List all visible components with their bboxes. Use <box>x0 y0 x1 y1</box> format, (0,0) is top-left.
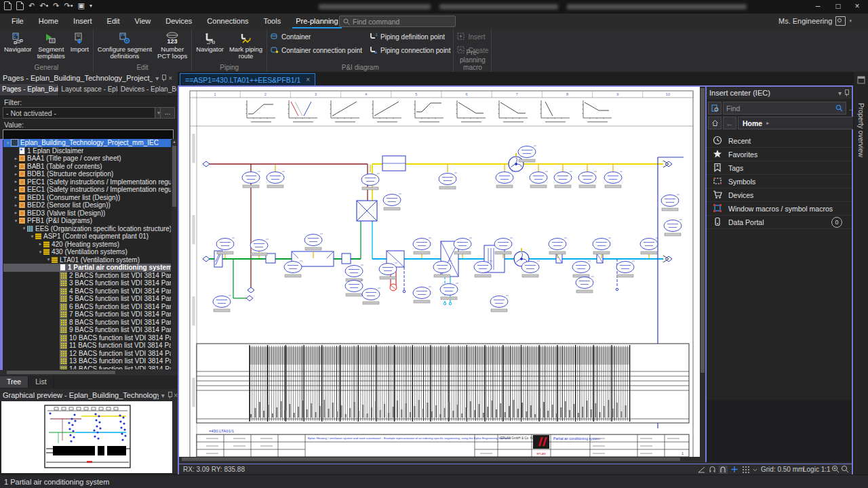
tree-item[interactable]: 14 BACS function list VDI 3814 Part 4.3 <box>3 365 171 370</box>
tree-item[interactable]: ▾PFB1 (P&I Diagrams) <box>3 217 171 225</box>
menu-tab-home[interactable]: Home <box>31 14 66 29</box>
pages-panel-tab-0[interactable]: Pages - Eplan_Buildin... <box>0 84 59 96</box>
tree-item[interactable]: ▸BAB1 (Table of contents) <box>3 163 171 171</box>
value-input[interactable] <box>3 129 174 140</box>
menu-tab-insert[interactable]: Insert <box>66 14 100 29</box>
tree-item[interactable]: ▾LTA01 (Ventilation system) <box>3 256 171 264</box>
tree-item[interactable]: 6 BACS function list VDI 3814 Part 4.3 <box>3 303 171 311</box>
breadcrumb[interactable]: Home ▸ <box>738 117 860 129</box>
ribbon-button-piping-definition-point[interactable]: 1Piping definition point <box>369 32 450 42</box>
back-icon[interactable]: ← <box>723 117 736 129</box>
zoom-out-icon[interactable] <box>842 466 848 472</box>
expander-closed-icon[interactable]: ▸ <box>13 195 19 200</box>
menu-tab-view[interactable]: View <box>127 14 159 29</box>
tree-item[interactable]: ▸BAA1 (Title page / cover sheet) <box>3 155 171 163</box>
object-snap-icon[interactable] <box>719 466 728 474</box>
tree-item[interactable]: 9 BACS function list VDI 3814 Part 4.3 <box>3 326 171 334</box>
panel-pin-icon[interactable] <box>167 392 171 399</box>
menu-tab-connections[interactable]: Connections <box>199 14 256 29</box>
qat-dropdown-icon[interactable]: ▾ <box>90 3 92 9</box>
canvas-vscroll-thumb[interactable] <box>701 88 705 373</box>
tree-item[interactable]: 2 BACS function list VDI 3814 Part 4.3 <box>3 272 171 280</box>
tree-hscroll-thumb[interactable] <box>7 371 115 374</box>
tree-horizontal-scrollbar[interactable] <box>0 370 178 375</box>
grid-icon[interactable] <box>743 466 749 473</box>
filter-more-button[interactable]: ... <box>160 107 175 119</box>
expander-closed-icon[interactable]: ▸ <box>13 210 19 216</box>
zoom-in-icon[interactable] <box>832 466 839 472</box>
tree-item[interactable]: 8 BACS function list VDI 3814 Part 4.3 <box>3 319 171 327</box>
expander-closed-icon[interactable]: ▸ <box>37 241 43 247</box>
insert-frame-icon[interactable]: ▣ <box>78 1 85 10</box>
slope-icon[interactable] <box>698 467 705 472</box>
menu-tab-devices[interactable]: Devices <box>158 14 199 29</box>
expander-open-icon[interactable]: ▾ <box>45 257 52 262</box>
tree-item[interactable]: 10 BACS function list VDI 3814 Part 4.3 <box>3 334 171 342</box>
tab-close-icon[interactable]: × <box>306 76 310 83</box>
close-button[interactable]: × <box>848 0 867 14</box>
ribbon-button-mark-piping-route[interactable]: Mark piping route <box>227 30 264 62</box>
tree-item[interactable]: ▾EES (Organization specific location str… <box>3 225 171 233</box>
insert-center-item-favorites[interactable]: Favorites <box>707 148 852 161</box>
tree-item[interactable]: 12 BACS function list VDI 3814 Part 4.3 <box>3 350 171 358</box>
expander-closed-icon[interactable]: ▸ <box>13 163 19 169</box>
ribbon-button-container-connection-point[interactable]: Container connection point <box>270 45 362 56</box>
property-overview-tab[interactable]: Property overview <box>857 103 865 157</box>
tree-list-tab-tree[interactable]: Tree <box>0 376 28 388</box>
insert-center-item-recent[interactable]: Recent <box>707 134 852 148</box>
expander-closed-icon[interactable]: ▸ <box>13 203 19 208</box>
expander-open-icon[interactable]: ▾ <box>13 218 19 224</box>
tree-item[interactable]: ▸BDB1 (Structure description) <box>3 170 171 178</box>
tree-scroll-thumb[interactable] <box>172 146 176 207</box>
snap-icon[interactable] <box>710 467 715 473</box>
redo-icon[interactable]: ↷ <box>53 1 59 10</box>
tree-item[interactable]: ▸BED3 (Valve list (Design)) <box>3 209 171 218</box>
maximize-button[interactable]: □ <box>829 0 848 14</box>
panel-pin-icon[interactable] <box>844 89 849 96</box>
insert-find-input[interactable]: Find <box>723 102 846 115</box>
expander-open-icon[interactable]: ▾ <box>29 234 35 239</box>
new-page-icon[interactable] <box>4 1 12 10</box>
tree-item[interactable]: 3 BACS function list VDI 3814 Part 4.3 <box>3 279 171 287</box>
tree-item[interactable]: 1 Partial air conditioning system <box>3 264 171 272</box>
undo-icon[interactable]: ↶ <box>28 1 35 10</box>
canvas-hscroll-thumb[interactable] <box>182 458 680 461</box>
insert-center-item-data-portal[interactable]: Data Portal <box>707 216 852 229</box>
filter-dropdown[interactable]: - Not activated - ▾ <box>3 107 163 119</box>
open-page-icon[interactable] <box>16 1 24 10</box>
document-tab[interactable]: ==ASP1=430.LTA01++EES&PFB1/1 × <box>180 73 315 86</box>
tree-item[interactable]: ▸420 (Heating systems) <box>3 241 171 249</box>
tree-item[interactable]: 5 BACS function list VDI 3814 Part 4.3 <box>3 295 171 303</box>
tree-item[interactable]: 13 BACS function list VDI 3814 Part 4.3 <box>3 357 171 365</box>
tree-vertical-scrollbar[interactable]: ▲ <box>172 139 177 369</box>
ribbon-button-configure-segment-definitions[interactable]: Configure segment definitions <box>96 30 154 62</box>
tree-item[interactable]: ▾430 (Ventilation systems) <box>3 248 171 256</box>
panel-dropdown-icon[interactable]: ▾ <box>153 75 161 82</box>
user-area[interactable]: Ms. Engineering ▾ <box>778 15 852 27</box>
pages-panel-tab-1[interactable]: Layout space - Eplan... <box>59 84 118 96</box>
insert-center-item-devices[interactable]: Devices <box>707 188 852 202</box>
canvas-horizontal-scrollbar[interactable] <box>179 457 700 462</box>
tree-item[interactable]: ▸BED2 (Sensor list (Design)) <box>3 201 171 209</box>
minimize-button[interactable]: – <box>808 0 827 14</box>
panel-dropdown-icon[interactable]: ▾ <box>835 89 844 97</box>
tree-item[interactable]: ▸PEC1 (Safety instructions / Implementat… <box>3 178 171 186</box>
expander-open-icon[interactable]: ▾ <box>21 226 27 231</box>
insert-center-item-symbols[interactable]: Symbols <box>707 175 852 188</box>
expander-closed-icon[interactable]: ▸ <box>13 156 19 161</box>
canvas-vertical-scrollbar[interactable] <box>700 87 705 457</box>
panel-close-icon[interactable]: × <box>165 75 175 82</box>
redo-history-icon[interactable]: ↷• <box>64 1 73 10</box>
insert-center-item-window-macros-symbol-macros[interactable]: Window macros / symbol macros <box>707 202 852 216</box>
ribbon-button-navigator[interactable]: Navigator <box>194 30 226 62</box>
tree-item[interactable]: ▸BED1 (Consumer list (Design)) <box>3 194 171 202</box>
home-icon[interactable] <box>708 117 722 129</box>
ribbon-button-container[interactable]: Container <box>270 32 362 42</box>
ribbon-button-insert[interactable]: Insert <box>456 32 488 42</box>
tree-item[interactable]: ▾Eplan_Building_Technology_Project_mm_IE… <box>3 139 171 147</box>
ribbon-button-segment-templates[interactable]: Segment templates <box>35 30 67 62</box>
expander-open-icon[interactable]: ▾ <box>37 249 43 255</box>
menu-tab-pre-planning[interactable]: Pre-planning <box>288 14 345 29</box>
expander-open-icon[interactable]: ▾ <box>5 140 11 146</box>
catalog-icon[interactable] <box>708 102 722 115</box>
